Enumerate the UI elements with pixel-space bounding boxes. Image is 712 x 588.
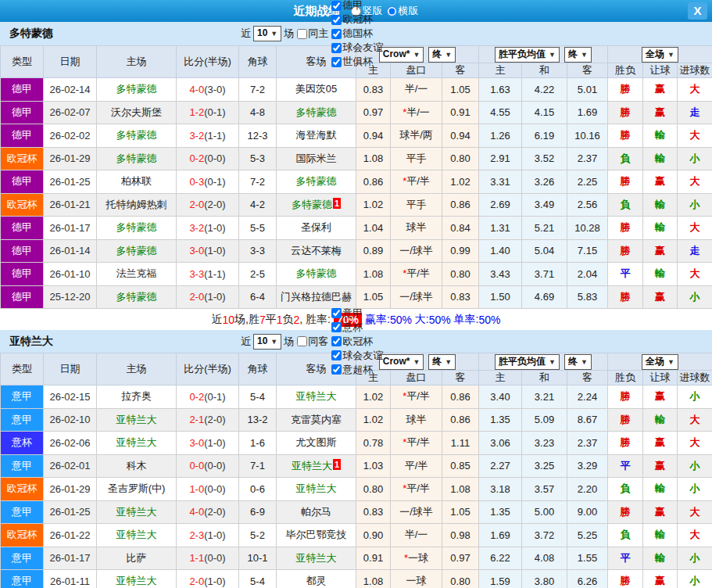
layout-horizontal-option[interactable]: 横版 [387, 4, 419, 18]
league-filter[interactable]: 德国杯 [328, 27, 383, 41]
avg-away: 5.83 [567, 285, 608, 309]
league-checkbox[interactable] [331, 15, 342, 25]
avg-home: 1.26 [479, 124, 522, 148]
odds-home: 0.83 [356, 78, 391, 102]
same-venue-checkbox[interactable] [297, 336, 307, 346]
avg-select[interactable]: 胜平负均值▼ [495, 47, 560, 63]
score-cell: 1-2(0-1) [177, 101, 239, 124]
close-icon[interactable]: X [688, 2, 707, 20]
league-filter[interactable]: 德甲 [328, 0, 383, 13]
avg-home: 1.59 [479, 570, 522, 588]
league-checkbox[interactable] [331, 364, 342, 375]
league-filter[interactable]: 意甲 [328, 307, 383, 321]
handicap: 半/一 [391, 78, 442, 102]
result-goals: 小 [678, 454, 712, 478]
home-team: 亚特兰大 [97, 432, 177, 455]
result-handicap: 輸 [643, 193, 678, 217]
result-handicap: 赢 [643, 454, 678, 478]
avg-draw: 3.26 [522, 170, 567, 194]
result-wdl: 勝 [608, 500, 643, 524]
avg-away: 7.15 [567, 239, 608, 263]
league-filter[interactable]: 意杯 [328, 321, 383, 335]
result-wdl: 勝 [608, 408, 643, 432]
odds-away: 1.05 [442, 500, 479, 524]
matches-table: 类型 日期 主场 比分(半场) 角球 客场 Crow*▼终▼ 胜平负均值▼终▼ … [0, 353, 712, 588]
handicap: *平/半 [391, 432, 442, 455]
league-filter[interactable]: 球会友谊 [328, 41, 383, 55]
match-date: 25-12-20 [44, 285, 97, 309]
league-badge: 德甲 [1, 285, 44, 309]
score-cell: 0-2(0-0) [177, 147, 239, 170]
home-team: 柏林联 [97, 170, 177, 194]
result-wdl: 負 [608, 478, 643, 501]
league-filter[interactable]: 欧冠杯 [328, 335, 383, 349]
league-filter[interactable]: 意超杯 [328, 363, 383, 377]
away-team: 都灵 [277, 570, 356, 588]
sub-let: 让球 [643, 63, 678, 78]
avg-final-select[interactable]: 终▼ [564, 47, 592, 63]
near-label: 近 [241, 27, 251, 41]
match-count-select[interactable]: 10▼ [253, 334, 281, 350]
score-cell: 2-1(2-0) [177, 408, 239, 432]
league-filters: 意甲意杯欧冠杯球会友谊意超杯 [328, 307, 383, 377]
match-row: 欧冠杯26-01-22亚特兰大2-3(1-0)5-2毕尔巴鄂竞技0.90半/一0… [1, 524, 712, 547]
avg-home: 1.50 [479, 285, 522, 309]
league-checkbox[interactable] [331, 308, 342, 318]
league-badge: 欧冠杯 [1, 193, 44, 217]
result-handicap: 輸 [643, 408, 678, 432]
home-team: 多特蒙德 [97, 147, 177, 170]
league-filter[interactable]: 球会友谊 [328, 349, 383, 363]
league-badge: 德甲 [1, 101, 44, 124]
avg-draw: 5.00 [522, 500, 567, 524]
league-checkbox[interactable] [331, 1, 342, 11]
odds-home: 1.08 [356, 570, 391, 588]
league-checkbox[interactable] [331, 350, 342, 360]
same-venue-filter[interactable]: 同主 [294, 27, 328, 41]
scope-select[interactable]: 全场▼ [642, 47, 678, 63]
match-count-select[interactable]: 10▼ [253, 26, 281, 41]
odds-away: 1.11 [442, 432, 479, 455]
league-filter[interactable]: 欧冠杯 [328, 13, 383, 27]
league-filter[interactable]: 世俱杯 [328, 55, 383, 69]
odds-home: 0.83 [356, 500, 391, 524]
same-venue-checkbox[interactable] [297, 29, 307, 39]
corner-score: 5-2 [239, 524, 277, 547]
sub-wdl: 胜负 [608, 371, 643, 385]
avg-select[interactable]: 胜平负均值▼ [495, 354, 560, 370]
horizontal-radio[interactable] [387, 6, 397, 16]
odds-away: 1.08 [442, 478, 479, 501]
avg-away: 2.04 [567, 263, 608, 286]
odds-final-select[interactable]: 终▼ [428, 354, 456, 370]
league-checkbox[interactable] [331, 336, 342, 346]
avg-final-select[interactable]: 终▼ [564, 354, 592, 370]
result-goals: 大 [678, 500, 712, 524]
same-venue-filter[interactable]: 同客 [294, 335, 328, 349]
league-badge: 意甲 [1, 500, 44, 524]
league-checkbox[interactable] [331, 43, 342, 53]
match-date: 26-01-17 [44, 547, 97, 570]
league-badge: 意甲 [1, 454, 44, 478]
sub-avg-draw: 和 [522, 63, 567, 78]
odds-source-select[interactable]: Crow*▼ [379, 354, 424, 370]
handicap: 平手 [391, 147, 442, 170]
league-checkbox[interactable] [331, 29, 342, 39]
handicap: 一球 [391, 570, 442, 588]
odds-home: 1.02 [356, 385, 391, 409]
league-checkbox[interactable] [331, 57, 342, 67]
score-cell: 3-0(1-0) [177, 432, 239, 455]
odds-home: 1.02 [356, 408, 391, 432]
corner-score: 1-6 [239, 432, 277, 455]
result-goals: 大 [678, 263, 712, 286]
odds-source-select[interactable]: Crow*▼ [379, 47, 424, 63]
result-handicap: 赢 [643, 285, 678, 309]
avg-away: 2.24 [567, 385, 608, 409]
match-row: 德甲26-01-14多特蒙德3-0(1-0)3-3云达不莱梅0.89一/球半0.… [1, 239, 712, 263]
avg-draw: 3.52 [522, 147, 567, 170]
odds-final-select[interactable]: 终▼ [428, 47, 456, 63]
avg-away: 1.69 [567, 101, 608, 124]
scope-select[interactable]: 全场▼ [642, 354, 678, 370]
match-row: 意甲26-02-01科木0-0(0-0)7-1亚特兰大11.03平/半0.852… [1, 454, 712, 478]
sub-away: 客 [442, 63, 479, 78]
league-checkbox[interactable] [331, 322, 342, 332]
odds-home: 1.02 [356, 193, 391, 217]
